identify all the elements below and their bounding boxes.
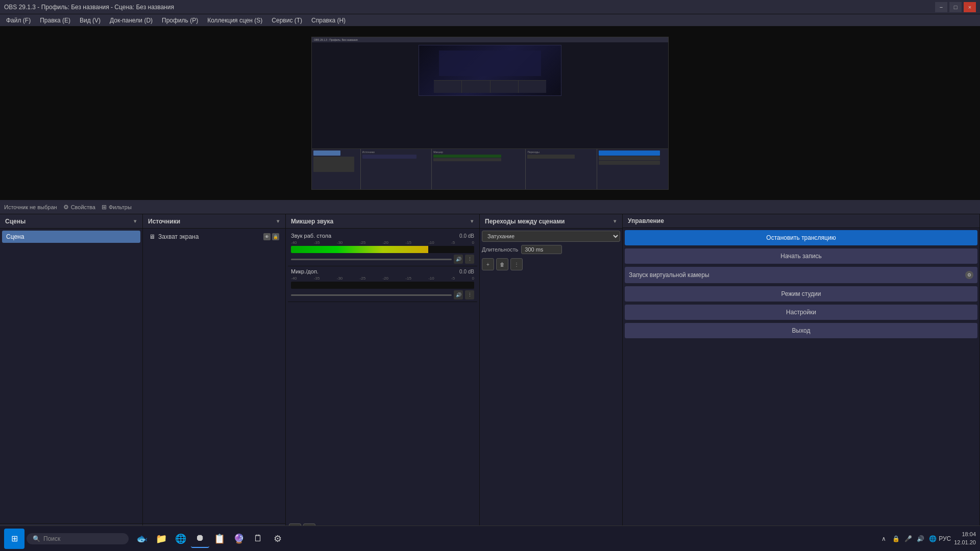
preview-area: OBS 29.1.3 - Профиль: Без названия bbox=[0, 27, 980, 200]
taskbar-app-browser[interactable]: 🌐 bbox=[172, 530, 190, 548]
window-title: OBS 29.1.3 - Профиль: Без названия - Сце… bbox=[4, 4, 174, 11]
menu-service[interactable]: Сервис (T) bbox=[267, 16, 306, 25]
tray-volume[interactable]: 🔊 bbox=[915, 534, 925, 544]
start-recording-button[interactable]: Начать запись bbox=[625, 248, 977, 264]
sources-panel: Источники ▾ 🖥 Захват экрана 👁 🔒 + − ⚙ ▲ bbox=[143, 214, 286, 538]
mixer-track-header-mic: Микр./доп. 0.0 dB bbox=[291, 268, 474, 274]
properties-button[interactable]: ⚙ Свойства bbox=[63, 204, 95, 211]
sources-panel-header: Источники ▾ bbox=[143, 214, 285, 229]
source-bar: Источник не выбран ⚙ Свойства ⊞ Фильтры bbox=[0, 200, 980, 214]
menu-profile[interactable]: Профиль (P) bbox=[158, 16, 202, 25]
source-not-selected: Источник не выбран bbox=[4, 204, 57, 210]
menu-file[interactable]: Файл (F) bbox=[2, 16, 35, 25]
tray-expand[interactable]: ∧ bbox=[878, 534, 889, 544]
preview-main: Источники Микшер Переходы bbox=[312, 42, 668, 189]
taskbar-app-fish[interactable]: 🐟 bbox=[133, 530, 151, 548]
studio-mode-button[interactable]: Режим студии bbox=[625, 286, 977, 302]
filters-button[interactable]: ⊞ Фильтры bbox=[102, 204, 132, 211]
close-button[interactable]: × bbox=[964, 2, 976, 12]
scenes-list: Сцена bbox=[0, 229, 142, 523]
mixer-track-mic: Микр./доп. 0.0 dB -40 -35 -30 -25 -20 -1… bbox=[288, 266, 477, 302]
settings-button[interactable]: Настройки bbox=[625, 305, 977, 320]
scenes-panel: Сцены ▾ Сцена + − ⊡ ▲ ▼ bbox=[0, 214, 143, 538]
scenes-panel-header: Сцены ▾ bbox=[0, 214, 142, 229]
source-visibility-button[interactable]: 👁 bbox=[263, 233, 271, 240]
tray-network[interactable]: 🌐 bbox=[927, 534, 938, 544]
mixer-track-header-desktop: Звук раб. стола 0.0 dB bbox=[291, 233, 474, 239]
menu-view[interactable]: Вид (V) bbox=[76, 16, 105, 25]
transition-type-select[interactable]: Затухание bbox=[482, 231, 620, 242]
language-indicator[interactable]: РУС bbox=[940, 534, 950, 544]
mixer-menu-desktop[interactable]: ⋮ bbox=[465, 255, 474, 264]
tray-icons: ∧ 🔒 🎤 🔊 🌐 РУС bbox=[878, 534, 950, 544]
taskbar-right: ∧ 🔒 🎤 🔊 🌐 РУС 18:04 12.01.20 bbox=[878, 531, 976, 546]
mixer-bar-green-desktop bbox=[291, 246, 428, 253]
mixer-panel-header: Микшер звука ▾ bbox=[286, 214, 479, 229]
control-panel: Управление Остановить трансляцию Начать … bbox=[623, 214, 980, 538]
menu-scenes[interactable]: Коллекция сцен (S) bbox=[203, 16, 266, 25]
mute-button-desktop[interactable]: 🔊 bbox=[454, 255, 463, 264]
volume-slider-mic[interactable] bbox=[291, 294, 452, 296]
exit-button[interactable]: Выход bbox=[625, 323, 977, 338]
taskbar-app-notes[interactable]: 📋 bbox=[210, 530, 229, 548]
mixer-bar-labels-desktop: -40 -35 -30 -25 -20 -15 -10 -5 0 bbox=[291, 240, 474, 245]
properties-icon: ⚙ bbox=[63, 204, 69, 211]
title-bar: OBS 29.1.3 - Профиль: Без названия - Сце… bbox=[0, 0, 980, 14]
taskbar-app-obs[interactable]: ⏺ bbox=[191, 530, 209, 548]
transitions-panel-icon[interactable]: ▾ bbox=[612, 217, 617, 225]
volume-slider-desktop[interactable] bbox=[291, 259, 452, 260]
sources-list: 🖥 Захват экрана 👁 🔒 bbox=[143, 229, 285, 523]
taskbar-search[interactable]: 🔍 Поиск bbox=[27, 533, 129, 544]
source-item[interactable]: 🖥 Захват экрана 👁 🔒 bbox=[145, 231, 283, 243]
virtual-camera-settings-icon[interactable]: ⚙ bbox=[965, 271, 973, 279]
transitions-panel-header: Переходы между сценами ▾ bbox=[480, 214, 622, 229]
maximize-button[interactable]: □ bbox=[949, 2, 962, 12]
mixer-panel: Микшер звука ▾ Звук раб. стола 0.0 dB -4… bbox=[286, 214, 480, 538]
source-lock-button[interactable]: 🔒 bbox=[272, 233, 279, 240]
transition-delete-button[interactable]: 🗑 bbox=[496, 258, 508, 270]
duration-input[interactable] bbox=[521, 245, 562, 254]
transition-menu-button[interactable]: ⋮ bbox=[510, 258, 523, 270]
clock: 18:04 12.01.20 bbox=[954, 531, 976, 546]
tray-mic[interactable]: 🎤 bbox=[903, 534, 913, 544]
mixer-bar-labels-mic: -40 -35 -30 -25 -20 -15 -10 -5 0 bbox=[291, 276, 474, 281]
control-panel-header: Управление bbox=[623, 214, 979, 228]
mixer-tracks: Звук раб. стола 0.0 dB -40 -35 -30 -25 -… bbox=[286, 229, 479, 521]
mixer-controls-desktop: 🔊 ⋮ bbox=[291, 255, 474, 264]
scene-item[interactable]: Сцена bbox=[2, 231, 140, 243]
transitions-panel: Переходы между сценами ▾ Затухание Длите… bbox=[480, 214, 623, 538]
tray-lock[interactable]: 🔒 bbox=[891, 534, 901, 544]
taskbar-app-settings[interactable]: ⚙ bbox=[268, 530, 287, 548]
minimize-button[interactable]: − bbox=[935, 2, 947, 12]
stop-streaming-button[interactable]: Остановить трансляцию bbox=[625, 230, 977, 245]
scenes-panel-icon[interactable]: ▾ bbox=[133, 217, 137, 225]
mixer-controls-mic: 🔊 ⋮ bbox=[291, 290, 474, 299]
taskbar-apps: 🐟 📁 🌐 ⏺ 📋 🔮 🗒 ⚙ bbox=[133, 530, 287, 548]
control-buttons: Остановить трансляцию Начать запись Запу… bbox=[623, 228, 979, 538]
duration-row: Длительность bbox=[482, 245, 620, 254]
source-type-icon: 🖥 bbox=[149, 233, 155, 240]
menu-edit[interactable]: Правка (E) bbox=[36, 16, 75, 25]
sources-panel-icon[interactable]: ▾ bbox=[276, 217, 280, 225]
taskbar-search-text: Поиск bbox=[43, 535, 60, 542]
start-button[interactable]: ⊞ bbox=[4, 529, 24, 549]
menu-bar: Файл (F) Правка (E) Вид (V) Док-панели (… bbox=[0, 14, 980, 27]
virtual-camera-button[interactable]: Запуск виртуальной камеры ⚙ bbox=[625, 267, 977, 283]
app-window: OBS 29.1.3 - Профиль: Без названия - Сце… bbox=[0, 0, 980, 551]
panels-row: Сцены ▾ Сцена + − ⊡ ▲ ▼ Источники ▾ � bbox=[0, 214, 980, 538]
preview-canvas: OBS 29.1.3 - Профиль: Без названия bbox=[311, 37, 669, 190]
transition-add-button[interactable]: + bbox=[482, 258, 494, 270]
preview-titlebar: OBS 29.1.3 - Профиль: Без названия bbox=[312, 37, 668, 42]
taskbar-app-editor[interactable]: 🗒 bbox=[249, 530, 267, 548]
source-name: Захват экрана bbox=[158, 233, 199, 240]
menu-help[interactable]: Справка (H) bbox=[307, 16, 350, 25]
mute-button-mic[interactable]: 🔊 bbox=[454, 290, 463, 299]
taskbar-app-files[interactable]: 📁 bbox=[152, 530, 170, 548]
mixer-bar-mic bbox=[291, 282, 474, 289]
taskbar: ⊞ 🔍 Поиск 🐟 📁 🌐 ⏺ 📋 🔮 🗒 ⚙ ∧ 🔒 🎤 🔊 🌐 РУС bbox=[0, 525, 980, 551]
menu-dockpanels[interactable]: Док-панели (D) bbox=[106, 16, 157, 25]
mixer-panel-icon[interactable]: ▾ bbox=[470, 217, 474, 225]
transitions-content: Затухание Длительность + 🗑 ⋮ bbox=[480, 229, 622, 538]
taskbar-app-media[interactable]: 🔮 bbox=[230, 530, 248, 548]
mixer-menu-mic[interactable]: ⋮ bbox=[465, 290, 474, 299]
